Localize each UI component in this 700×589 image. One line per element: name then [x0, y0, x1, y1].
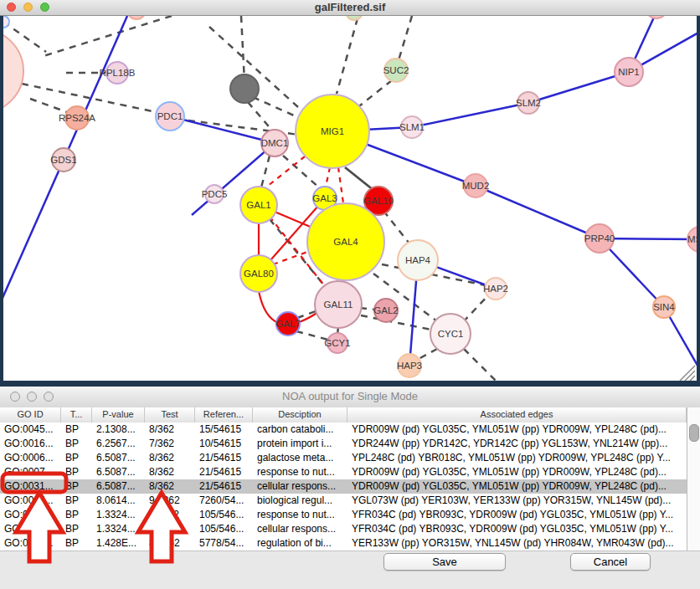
table-scrollbar[interactable] — [687, 407, 700, 551]
node-label: MSL1 — [687, 234, 697, 244]
cell: GO:0016... — [0, 437, 61, 451]
table-row[interactable]: GO:0031...BP6.5087...8/36221/54615cellul… — [0, 479, 687, 494]
cell: YDR009W (pd) YGL035C, YML051W (pp) YDR00… — [347, 465, 687, 479]
node-label: GAL7 — [275, 319, 300, 329]
cell: 105/546... — [195, 522, 253, 536]
node-label: GAL2 — [373, 305, 398, 315]
cell: BP — [61, 465, 92, 479]
node-label: RPS24A — [59, 113, 95, 123]
table-row[interactable]: GO:0006...BP6.5087...8/36221/54615galact… — [0, 451, 687, 465]
cell: YFR034C (pd) YBR093C, YDR009W (pd) YGL03… — [347, 508, 687, 522]
column-header-go-id[interactable]: GO ID — [0, 407, 61, 423]
cell: YER133W (pp) YOR315W, YNL145W (pd) YHR08… — [347, 536, 687, 551]
cell: 94/362 — [145, 494, 195, 508]
cell: BP — [61, 494, 92, 508]
column-header-test[interactable]: Test — [145, 407, 195, 423]
node-unlabeled[interactable] — [230, 74, 259, 103]
screen: galFiltered.sif RPL18BRPS24AGDS1PDC1DMC1… — [0, 0, 700, 589]
cell: BP — [61, 536, 92, 551]
table-row[interactable]: GO:0050...BP1.428E...80/3625778/54...reg… — [0, 536, 687, 551]
node-label: GAL80 — [244, 269, 274, 279]
resize-grip[interactable] — [690, 376, 695, 381]
node-unlabeled[interactable] — [346, 16, 363, 20]
network-graph[interactable]: RPL18BRPS24AGDS1PDC1DMC1MIG1SUC2SLM1SLM2… — [3, 16, 697, 381]
cell: YDR244W (pp) YDR142C, YDR142C (pp) YGL15… — [347, 437, 687, 451]
scrollbar-thumb[interactable] — [689, 424, 699, 442]
network-canvas[interactable]: RPL18BRPS24AGDS1PDC1DMC1MIG1SUC2SLM1SLM2… — [3, 16, 697, 381]
edge — [296, 331, 328, 340]
cell: BP — [61, 479, 92, 494]
cancel-button[interactable]: Cancel — [570, 553, 651, 571]
cell: 10/54615 — [195, 437, 253, 451]
cell: 105/546... — [195, 508, 253, 522]
cell: BP — [61, 508, 92, 522]
node-label: HAP4 — [405, 255, 431, 265]
table-body: GO:0045...BP2.1308...8/36215/54615carbon… — [0, 423, 687, 551]
cell: 21/54615 — [195, 479, 253, 494]
edge — [30, 99, 67, 112]
cell: BP — [61, 451, 92, 465]
cell: galactose meta... — [253, 451, 347, 465]
cell: 11/362 — [145, 522, 195, 536]
table-row[interactable]: GO:0031...BP1.3324...11/362105/546...cel… — [0, 522, 687, 536]
node-label: DMC1 — [261, 138, 289, 148]
cell: GO:0050... — [0, 536, 61, 551]
cell: 8/362 — [145, 479, 195, 494]
cell: GO:0006... — [0, 451, 61, 465]
cell: 6.5087... — [92, 451, 145, 465]
edge — [261, 156, 270, 187]
column-header-p-value[interactable]: P-value — [92, 407, 145, 423]
node-label: RPL18B — [100, 68, 136, 78]
node-unlabeled[interactable] — [646, 16, 667, 18]
node-unlabeled[interactable] — [3, 16, 9, 28]
network-window: galFiltered.sif RPL18BRPS24AGDS1PDC1DMC1… — [0, 0, 700, 387]
resize-grip[interactable] — [685, 371, 695, 381]
table-row[interactable]: GO:0045...BP2.1308...8/36215/54615carbon… — [0, 423, 687, 437]
column-header-referen-[interactable]: Referen... — [195, 407, 253, 423]
cell: 2.1308... — [92, 423, 145, 437]
node-label: SLM1 — [399, 122, 425, 132]
node-label: CYC1 — [438, 329, 464, 339]
node-unlabeled[interactable] — [3, 29, 23, 113]
edge — [170, 116, 275, 143]
table-row[interactable]: GO:0016...BP6.2567...7/36210/54615protei… — [0, 437, 687, 451]
table-row[interactable]: GO:0065...BP8.0614...94/3627260/54...bio… — [0, 494, 687, 508]
edge — [241, 16, 244, 82]
cell: YDR009W (pd) YGL035C, YML051W (pp) YDR00… — [347, 423, 687, 437]
node-label: GCY1 — [324, 338, 350, 348]
window-title: galFiltered.sif — [0, 1, 700, 13]
cell: response to nut... — [253, 508, 347, 522]
column-header-associated-edges[interactable]: Associated edges — [347, 407, 687, 423]
node-label: PDC5 — [202, 189, 228, 199]
noa-window-titlebar[interactable]: NOA output for Single Mode — [0, 387, 700, 408]
cell: 6.5087... — [92, 479, 145, 494]
cell: cellular respons... — [253, 479, 347, 494]
edge — [248, 102, 273, 131]
node-label: HAP3 — [397, 361, 422, 371]
column-header-desciption[interactable]: Desciption — [253, 407, 347, 423]
cell: YFR034C (pd) YBR093C, YDR009W (pd) YGL03… — [347, 522, 687, 536]
cell: 1.3324... — [92, 522, 145, 536]
cell: 11/362 — [145, 508, 195, 522]
noa-window: NOA output for Single Mode GO IDT...P-va… — [0, 387, 700, 589]
edge — [412, 103, 528, 127]
table-row[interactable]: GO:0031...BP1.3324...11/362105/546...res… — [0, 508, 687, 522]
cell: 6.2567... — [92, 437, 145, 451]
cell: 80/362 — [145, 536, 195, 551]
network-window-titlebar[interactable]: galFiltered.sif — [0, 0, 700, 16]
cell: 8.0614... — [92, 494, 145, 508]
cell: biological regul... — [253, 494, 347, 508]
cell: 1.3324... — [92, 508, 145, 522]
table-row[interactable]: GO:0007...BP6.5087...8/36221/54615respon… — [0, 465, 687, 479]
cell: 5778/54... — [195, 536, 253, 551]
table-header: GO IDT...P-valueTestReferen...Desciption… — [0, 407, 700, 423]
node-unlabeled[interactable] — [127, 16, 146, 19]
cell: carbon cataboli... — [253, 423, 347, 437]
edge — [44, 16, 172, 56]
column-header-t-[interactable]: T... — [61, 407, 92, 423]
cell: 15/54615 — [195, 423, 253, 437]
save-button[interactable]: Save — [383, 553, 506, 571]
node-label: GAL4 — [333, 237, 358, 247]
cell: 8/362 — [145, 465, 195, 479]
cell: GO:0065... — [0, 494, 61, 508]
